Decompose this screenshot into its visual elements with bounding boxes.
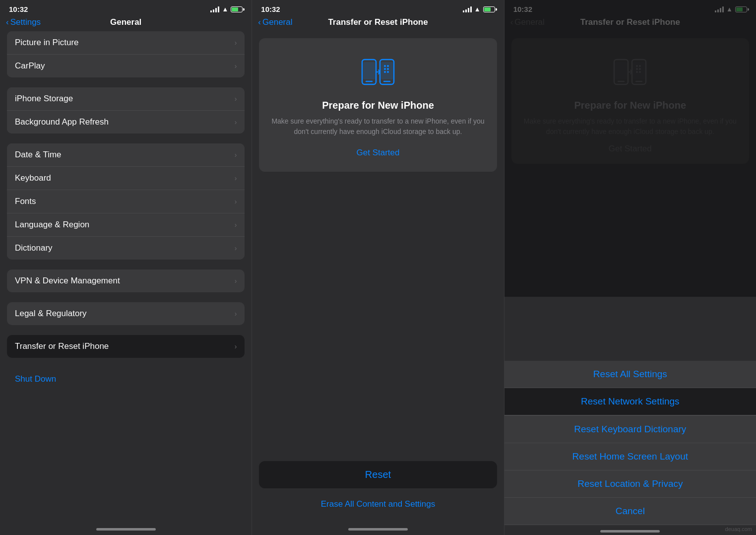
back-button-2[interactable]: ‹ General: [258, 17, 292, 27]
reset-keyboard-label: Reset Keyboard Dictionary: [574, 424, 686, 434]
reset-button[interactable]: Reset: [259, 461, 497, 488]
chevron-carplay: ›: [235, 62, 237, 70]
chevron-pip: ›: [235, 39, 237, 47]
prepare-desc-3: Make sure everything's ready to transfer…: [521, 116, 739, 137]
reset-menu-item-network[interactable]: Reset Network Settings: [504, 388, 756, 415]
settings-group-2: iPhone Storage › Background App Refresh …: [7, 87, 245, 134]
home-indicator-2: [252, 525, 504, 535]
prepare-desc-2: Make sure everything's ready to transfer…: [269, 116, 487, 137]
settings-row-transfer[interactable]: Transfer or Reset iPhone ›: [7, 335, 245, 358]
svg-rect-13: [615, 62, 627, 79]
chevron-language: ›: [235, 221, 237, 229]
signal-icon-2: [463, 6, 472, 12]
settings-label-legal: Legal & Regulatory: [15, 309, 87, 319]
wifi-icon-1: ▲: [222, 5, 228, 13]
reset-menu-item-location[interactable]: Reset Location & Privacy: [504, 470, 756, 498]
settings-row-shutdown[interactable]: Shut Down: [7, 368, 245, 391]
reset-menu-item-homescreen[interactable]: Reset Home Screen Layout: [504, 443, 756, 470]
chevron-datetime: ›: [235, 151, 237, 159]
prepare-icon-3: [610, 52, 650, 92]
reset-menu-item-cancel[interactable]: Cancel: [504, 498, 756, 525]
settings-label-storage: iPhone Storage: [15, 94, 73, 104]
status-bar-1: 10:32 ▲: [0, 0, 252, 15]
settings-group-5: Legal & Regulatory ›: [7, 302, 245, 325]
settings-row-fonts[interactable]: Fonts ›: [7, 190, 245, 213]
svg-rect-1: [363, 62, 375, 79]
settings-label-datetime: Date & Time: [15, 150, 62, 160]
settings-row-language[interactable]: Language & Region ›: [7, 213, 245, 237]
settings-group-4: VPN & Device Management ›: [7, 269, 245, 292]
settings-row-picture-in-picture[interactable]: Picture in Picture ›: [7, 31, 245, 55]
home-indicator-1: [0, 525, 252, 535]
status-icons-1: ▲: [210, 5, 243, 13]
settings-label-bgrefresh: Background App Refresh: [15, 117, 109, 127]
svg-point-22: [636, 71, 638, 73]
settings-label-fonts: Fonts: [15, 197, 36, 206]
settings-label-language: Language & Region: [15, 220, 89, 230]
reset-all-settings-label: Reset All Settings: [593, 369, 667, 379]
panel-general: 10:32 ▲ ‹ Settings General Picture in Pi: [0, 0, 252, 535]
svg-point-8: [384, 68, 386, 70]
nav-bar-3: ‹ General Transfer or Reset iPhone: [504, 15, 756, 31]
reset-homescreen-label: Reset Home Screen Layout: [572, 451, 688, 462]
svg-point-9: [387, 68, 389, 70]
settings-label-transfer: Transfer or Reset iPhone: [15, 341, 109, 351]
settings-label-pip: Picture in Picture: [15, 38, 79, 48]
home-bar-2: [348, 528, 408, 531]
svg-point-11: [387, 71, 389, 73]
prepare-card-2: Prepare for New iPhone Make sure everyth…: [259, 38, 497, 172]
chevron-legal: ›: [235, 310, 237, 318]
settings-row-vpn[interactable]: VPN & Device Management ›: [7, 269, 245, 292]
battery-icon-3: [735, 6, 747, 12]
settings-row-background-refresh[interactable]: Background App Refresh ›: [7, 111, 245, 134]
prepare-card-3: Prepare for New iPhone Make sure everyth…: [511, 38, 749, 164]
status-bar-2: 10:32 ▲: [252, 0, 504, 15]
settings-row-datetime[interactable]: Date & Time ›: [7, 143, 245, 167]
status-time-3: 10:32: [513, 5, 532, 13]
chevron-dictionary: ›: [235, 244, 237, 252]
status-time-1: 10:32: [9, 5, 28, 13]
panel-reset-menu: 10:32 ▲ ‹ General Transfer or Reset iPho…: [504, 0, 756, 535]
status-icons-3: ▲: [715, 5, 747, 13]
signal-icon-1: [210, 6, 219, 12]
reset-location-label: Reset Location & Privacy: [577, 478, 683, 489]
nav-bar-2: ‹ General Transfer or Reset iPhone: [252, 15, 504, 31]
status-icons-2: ▲: [463, 5, 495, 13]
erase-button-label: Erase All Content and Settings: [321, 499, 436, 509]
settings-row-keyboard[interactable]: Keyboard ›: [7, 167, 245, 190]
battery-icon-1: [231, 6, 243, 12]
svg-rect-4: [381, 62, 393, 79]
svg-point-6: [384, 65, 386, 67]
back-label-3: General: [514, 17, 544, 27]
nav-title-2: Transfer or Reset iPhone: [328, 17, 428, 27]
reset-network-label: Reset Network Settings: [581, 396, 680, 406]
get-started-2[interactable]: Get Started: [357, 144, 400, 162]
settings-label-dictionary: Dictionary: [15, 243, 53, 253]
settings-row-dictionary[interactable]: Dictionary ›: [7, 237, 245, 260]
signal-icon-3: [715, 6, 724, 12]
settings-row-carplay[interactable]: CarPlay ›: [7, 55, 245, 77]
svg-point-20: [636, 68, 638, 70]
back-button-3[interactable]: ‹ General: [510, 17, 545, 27]
settings-group-shutdown: Shut Down: [7, 368, 245, 391]
watermark: deuaq.com: [725, 526, 752, 532]
settings-group-3: Date & Time › Keyboard › Fonts › Languag…: [7, 143, 245, 260]
settings-label-carplay: CarPlay: [15, 61, 45, 71]
reset-menu-item-keyboard[interactable]: Reset Keyboard Dictionary: [504, 415, 756, 443]
status-time-2: 10:32: [261, 5, 280, 13]
settings-content-1: Picture in Picture › CarPlay › iPhone St…: [0, 31, 252, 525]
erase-button[interactable]: Erase All Content and Settings: [259, 493, 497, 515]
svg-point-23: [639, 71, 641, 73]
svg-point-7: [387, 65, 389, 67]
svg-rect-16: [633, 62, 645, 79]
settings-row-legal[interactable]: Legal & Regulatory ›: [7, 302, 245, 325]
reset-menu-item-all-settings[interactable]: Reset All Settings: [504, 361, 756, 388]
back-button-1[interactable]: ‹ Settings: [6, 17, 41, 27]
chevron-fonts: ›: [235, 198, 237, 205]
settings-row-iphone-storage[interactable]: iPhone Storage ›: [7, 87, 245, 111]
svg-point-18: [636, 65, 638, 67]
nav-bar-1: ‹ Settings General: [0, 15, 252, 31]
svg-point-19: [639, 65, 641, 67]
chevron-bgrefresh: ›: [235, 118, 237, 126]
svg-point-10: [384, 71, 386, 73]
